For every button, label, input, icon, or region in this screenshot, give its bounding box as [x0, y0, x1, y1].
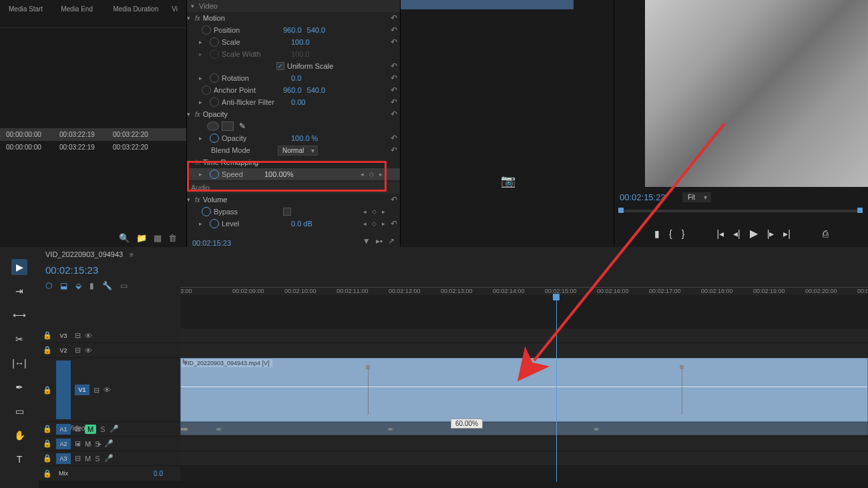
- in-point-icon[interactable]: {: [669, 228, 672, 239]
- speed-rubber-band[interactable]: [181, 387, 867, 387]
- rect-mask-icon[interactable]: [222, 121, 234, 131]
- reset-icon[interactable]: ↶: [391, 109, 397, 119]
- solo-toggle[interactable]: S: [95, 440, 99, 448]
- twirl-icon[interactable]: ▾: [187, 159, 195, 166]
- hand-tool[interactable]: ✋: [11, 427, 27, 443]
- time-remapping-header[interactable]: ▾ fx Time Remapping: [187, 156, 400, 168]
- stopwatch-icon[interactable]: [202, 85, 211, 95]
- folder-icon[interactable]: 📁: [136, 233, 147, 243]
- caption-icon[interactable]: ▭: [120, 281, 128, 290]
- v3-track-header[interactable]: 🔒 V3 ⊟ 👁: [39, 328, 180, 343]
- marker-add-icon[interactable]: ▮: [89, 281, 94, 290]
- sync-lock-icon[interactable]: ⊟: [75, 346, 81, 354]
- play-button[interactable]: ▶: [750, 227, 758, 240]
- speed-value[interactable]: 100.00%: [262, 170, 296, 178]
- bypass-checkbox[interactable]: [283, 208, 291, 216]
- new-item-icon[interactable]: ▦: [154, 233, 162, 243]
- stopwatch-icon[interactable]: [210, 97, 219, 107]
- stopwatch-icon[interactable]: [210, 37, 219, 47]
- eye-icon[interactable]: 👁: [85, 332, 92, 340]
- out-point-icon[interactable]: }: [682, 228, 685, 239]
- keyframe-handle[interactable]: [680, 365, 684, 369]
- twirl-icon[interactable]: ▸: [199, 39, 207, 45]
- reset-icon[interactable]: ↶: [391, 134, 397, 143]
- track-select-tool[interactable]: ⇥: [11, 283, 27, 299]
- blend-mode-select[interactable]: Normal: [278, 146, 318, 156]
- marker-icon[interactable]: ▮: [654, 228, 660, 239]
- audio-section-header[interactable]: Audio: [187, 182, 400, 194]
- rotation-value[interactable]: 0.0: [288, 74, 304, 82]
- twirl-icon[interactable]: ▸: [199, 75, 207, 81]
- source-clip-tab[interactable]: [401, 0, 574, 9]
- eye-icon[interactable]: 👁: [85, 346, 92, 354]
- marker-tool-icon[interactable]: ⬙: [75, 281, 81, 290]
- go-to-out-icon[interactable]: ▸|: [783, 228, 791, 239]
- trash-icon[interactable]: 🗑: [168, 233, 177, 243]
- pen-tool[interactable]: ✒: [11, 379, 27, 395]
- go-to-in-icon[interactable]: |◂: [716, 228, 724, 239]
- twirl-icon[interactable]: ▸: [199, 135, 207, 142]
- scale-value[interactable]: 100.0: [288, 38, 312, 46]
- video-clip[interactable]: fx VID_20220903_094943.mp4 [V]: [180, 358, 868, 422]
- lock-icon[interactable]: 🔒: [43, 331, 52, 340]
- speed-keyframe[interactable]: [682, 367, 682, 415]
- type-tool[interactable]: T: [11, 451, 27, 467]
- reset-icon[interactable]: ↶: [391, 73, 397, 83]
- twirl-icon[interactable]: ▾: [187, 196, 195, 203]
- effects-timecode[interactable]: 00:02:15:23: [192, 239, 231, 247]
- snap-icon[interactable]: ⬡: [45, 281, 52, 290]
- playhead-icon[interactable]: [553, 294, 560, 300]
- a3-track-header[interactable]: 🔒 A3 ⊟ M S 🎤: [39, 451, 180, 466]
- twirl-icon[interactable]: ▸: [199, 171, 207, 178]
- linked-selection-icon[interactable]: ⬓: [60, 281, 67, 290]
- stopwatch-icon[interactable]: [210, 219, 219, 228]
- reset-icon[interactable]: ↶: [391, 37, 397, 47]
- lock-icon[interactable]: 🔒: [43, 386, 52, 395]
- position-y[interactable]: 540.0: [304, 26, 329, 34]
- a2-track[interactable]: [180, 437, 868, 451]
- v1-source-patch[interactable]: [56, 360, 71, 419]
- speed-row[interactable]: ▸ Speed 100.00% ◂ ◇ ▸: [187, 168, 400, 180]
- v1-track-header[interactable]: 🔒 V1 ⊟ 👁 Video 1 ◂ ◇ ▸: [39, 358, 180, 422]
- voice-over-icon[interactable]: 🎤: [104, 454, 114, 463]
- a1-track[interactable]: 60.00%: [180, 422, 868, 437]
- opacity-value[interactable]: 100.0 %: [288, 134, 320, 142]
- uniform-scale-checkbox[interactable]: [276, 62, 284, 70]
- reset-icon[interactable]: ↶: [391, 219, 397, 228]
- v2-track-header[interactable]: 🔒 V2 ⊟ 👁: [39, 343, 180, 358]
- a3-track[interactable]: [180, 451, 868, 466]
- play-icon[interactable]: ▸▪: [376, 236, 383, 246]
- reset-icon[interactable]: ↶: [391, 85, 397, 95]
- reset-icon[interactable]: ↶: [391, 13, 397, 23]
- prev-keyframe-icon[interactable]: ◂: [359, 171, 365, 178]
- eye-icon[interactable]: 👁: [103, 386, 111, 394]
- program-scrubber[interactable]: [618, 210, 863, 212]
- solo-toggle[interactable]: S: [95, 455, 99, 463]
- zoom-select[interactable]: Fit: [682, 192, 711, 202]
- twirl-icon[interactable]: ▾: [191, 3, 199, 9]
- volume-header[interactable]: ▾ fx Volume ↶: [187, 194, 400, 206]
- step-back-icon[interactable]: ◂|: [733, 228, 740, 239]
- lock-icon[interactable]: 🔒: [43, 439, 52, 448]
- opacity-header[interactable]: ▾ fx Opacity ↶: [187, 108, 400, 120]
- col-vi[interactable]: Vi: [166, 5, 183, 22]
- add-keyframe-icon[interactable]: ◇: [371, 220, 377, 227]
- mute-toggle[interactable]: M: [85, 455, 91, 463]
- mix-track-header[interactable]: 🔒 Mix 0.0 ▸◂: [39, 466, 180, 481]
- sync-lock-icon[interactable]: ⊟: [93, 386, 99, 395]
- sync-lock-icon[interactable]: ⊟: [75, 439, 81, 448]
- filter-icon[interactable]: ▼: [363, 236, 371, 246]
- selection-tool[interactable]: ▶: [11, 259, 27, 275]
- timeline-tracks-area[interactable]: fx VID_20220903_094943.mp4 [V] 60.00%: [180, 295, 868, 481]
- twirl-icon[interactable]: ▸: [199, 99, 207, 105]
- motion-header[interactable]: ▾ fx Motion ↶: [187, 12, 400, 24]
- lock-icon[interactable]: 🔒: [43, 469, 52, 478]
- sequence-tab[interactable]: VID_20220903_094943 ≡: [39, 247, 868, 262]
- mix-value[interactable]: 0.0: [154, 470, 163, 477]
- add-keyframe-icon[interactable]: ◇: [368, 171, 375, 178]
- prev-keyframe-icon[interactable]: ◂: [361, 208, 368, 215]
- solo-toggle[interactable]: S: [100, 425, 105, 433]
- level-value[interactable]: 0.0 dB: [288, 220, 315, 228]
- reset-icon[interactable]: ↶: [391, 146, 397, 155]
- scrubber-in-marker[interactable]: [618, 208, 624, 213]
